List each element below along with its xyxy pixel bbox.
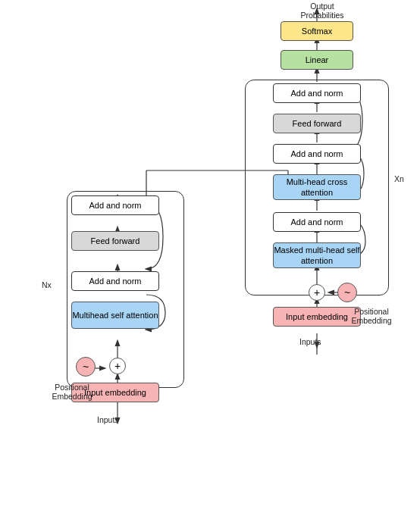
decoder-tilde-circle: ~: [337, 283, 357, 302]
encoder-positional-label: Positional Embedding: [45, 383, 99, 401]
softmax-box: Softmax: [281, 21, 353, 41]
encoder-plus-circle: +: [109, 358, 126, 374]
nx-label: Nx: [42, 280, 52, 289]
encoder-inputs-label: Inputs: [97, 415, 119, 424]
decoder-masked-attention: Masked multi-head self attention: [273, 242, 361, 268]
decoder-cross-attention: Multi-head cross attention: [273, 174, 361, 200]
encoder-feed-forward: Feed forward: [71, 231, 159, 251]
decoder-add-norm-mid: Add and norm: [273, 144, 361, 164]
encoder-multihead-attention: Multihead self attention: [71, 302, 159, 329]
decoder-inputs-label: Inputs: [299, 337, 321, 346]
output-probabilities-label: Output Probabilities: [292, 2, 353, 20]
encoder-add-norm-top: Add and norm: [71, 195, 159, 215]
linear-box: Linear: [281, 50, 353, 70]
decoder-add-norm-bottom: Add and norm: [273, 212, 361, 232]
decoder-positional-label: Positional Embedding: [341, 307, 402, 325]
transformer-diagram: Output Probabilities Softmax Linear Xn A…: [0, 0, 420, 519]
encoder-add-norm-bottom: Add and norm: [71, 271, 159, 291]
encoder-tilde-circle: ~: [76, 357, 96, 377]
decoder-plus-circle: +: [309, 284, 325, 301]
decoder-feed-forward: Feed forward: [273, 114, 361, 133]
xn-label: Xn: [394, 174, 404, 183]
decoder-add-norm-top: Add and norm: [273, 83, 361, 103]
